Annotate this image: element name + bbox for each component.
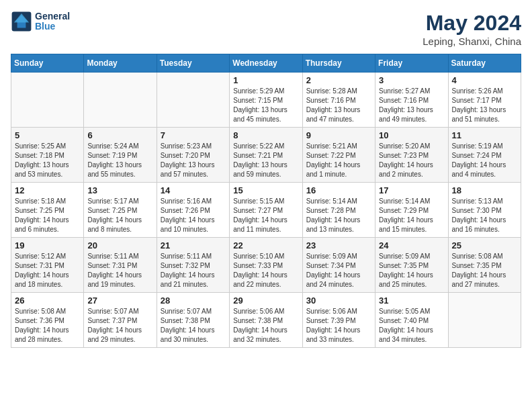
calendar-cell: 8Sunrise: 5:22 AM Sunset: 7:21 PM Daylig… <box>230 128 302 183</box>
day-number: 4 <box>452 75 517 85</box>
calendar-cell: 22Sunrise: 5:10 AM Sunset: 7:33 PM Dayli… <box>230 238 302 293</box>
cell-info: Sunrise: 5:09 AM Sunset: 7:35 PM Dayligh… <box>379 252 444 289</box>
week-row-5: 26Sunrise: 5:08 AM Sunset: 7:36 PM Dayli… <box>11 293 521 348</box>
cell-info: Sunrise: 5:07 AM Sunset: 7:37 PM Dayligh… <box>87 307 152 345</box>
calendar-cell: 30Sunrise: 5:06 AM Sunset: 7:39 PM Dayli… <box>302 293 375 348</box>
cell-info: Sunrise: 5:11 AM Sunset: 7:31 PM Dayligh… <box>87 252 152 289</box>
day-number: 13 <box>87 185 152 195</box>
cell-info: Sunrise: 5:26 AM Sunset: 7:17 PM Dayligh… <box>452 87 517 124</box>
calendar-cell: 10Sunrise: 5:20 AM Sunset: 7:23 PM Dayli… <box>375 128 448 183</box>
calendar-cell <box>84 73 157 128</box>
calendar-cell: 4Sunrise: 5:26 AM Sunset: 7:17 PM Daylig… <box>448 73 521 128</box>
day-number: 24 <box>379 240 444 250</box>
calendar-cell <box>11 73 84 128</box>
calendar-cell: 23Sunrise: 5:09 AM Sunset: 7:34 PM Dayli… <box>302 238 375 293</box>
header-cell-saturday: Saturday <box>448 54 521 73</box>
cell-info: Sunrise: 5:08 AM Sunset: 7:35 PM Dayligh… <box>452 252 517 289</box>
week-row-2: 5Sunrise: 5:25 AM Sunset: 7:18 PM Daylig… <box>11 128 521 183</box>
calendar-cell: 15Sunrise: 5:15 AM Sunset: 7:27 PM Dayli… <box>230 183 302 238</box>
day-number: 20 <box>87 240 152 250</box>
day-number: 8 <box>233 130 298 140</box>
day-number: 12 <box>15 185 80 195</box>
header-cell-wednesday: Wednesday <box>230 54 302 73</box>
cell-info: Sunrise: 5:15 AM Sunset: 7:27 PM Dayligh… <box>233 197 298 234</box>
cell-info: Sunrise: 5:19 AM Sunset: 7:24 PM Dayligh… <box>452 142 517 179</box>
calendar-cell: 5Sunrise: 5:25 AM Sunset: 7:18 PM Daylig… <box>11 128 84 183</box>
calendar-cell: 21Sunrise: 5:11 AM Sunset: 7:32 PM Dayli… <box>157 238 229 293</box>
day-number: 7 <box>161 130 226 140</box>
week-row-3: 12Sunrise: 5:18 AM Sunset: 7:25 PM Dayli… <box>11 183 521 238</box>
cell-info: Sunrise: 5:25 AM Sunset: 7:18 PM Dayligh… <box>15 142 80 179</box>
location: Leping, Shanxi, China <box>423 36 521 47</box>
logo-line2: Blue <box>35 21 70 32</box>
month-year: May 2024 <box>423 11 521 36</box>
calendar-cell: 29Sunrise: 5:06 AM Sunset: 7:38 PM Dayli… <box>230 293 302 348</box>
calendar-cell: 7Sunrise: 5:23 AM Sunset: 7:20 PM Daylig… <box>157 128 229 183</box>
day-number: 25 <box>452 240 517 250</box>
cell-info: Sunrise: 5:08 AM Sunset: 7:36 PM Dayligh… <box>15 307 80 345</box>
header-cell-friday: Friday <box>375 54 448 73</box>
cell-info: Sunrise: 5:20 AM Sunset: 7:23 PM Dayligh… <box>379 142 444 179</box>
calendar-cell: 20Sunrise: 5:11 AM Sunset: 7:31 PM Dayli… <box>84 238 157 293</box>
calendar-cell: 26Sunrise: 5:08 AM Sunset: 7:36 PM Dayli… <box>11 293 84 348</box>
cell-info: Sunrise: 5:24 AM Sunset: 7:19 PM Dayligh… <box>87 142 152 179</box>
calendar-cell: 16Sunrise: 5:14 AM Sunset: 7:28 PM Dayli… <box>302 183 375 238</box>
day-number: 2 <box>306 75 371 85</box>
cell-info: Sunrise: 5:27 AM Sunset: 7:16 PM Dayligh… <box>379 87 444 124</box>
calendar-cell: 27Sunrise: 5:07 AM Sunset: 7:37 PM Dayli… <box>84 293 157 348</box>
cell-info: Sunrise: 5:23 AM Sunset: 7:20 PM Dayligh… <box>161 142 226 179</box>
day-number: 5 <box>15 130 80 140</box>
calendar-body: 1Sunrise: 5:29 AM Sunset: 7:15 PM Daylig… <box>11 73 521 348</box>
logo-line1: General <box>35 11 70 21</box>
cell-info: Sunrise: 5:21 AM Sunset: 7:22 PM Dayligh… <box>306 142 371 179</box>
day-number: 18 <box>452 185 517 195</box>
calendar-cell: 11Sunrise: 5:19 AM Sunset: 7:24 PM Dayli… <box>448 128 521 183</box>
day-number: 30 <box>306 295 371 306</box>
logo-icon <box>11 11 32 32</box>
calendar-cell: 3Sunrise: 5:27 AM Sunset: 7:16 PM Daylig… <box>375 73 448 128</box>
cell-info: Sunrise: 5:06 AM Sunset: 7:39 PM Dayligh… <box>306 307 371 345</box>
cell-info: Sunrise: 5:16 AM Sunset: 7:26 PM Dayligh… <box>161 197 226 234</box>
day-number: 22 <box>233 240 298 250</box>
day-number: 17 <box>379 185 444 195</box>
header-cell-sunday: Sunday <box>11 54 84 73</box>
day-number: 11 <box>452 130 517 140</box>
cell-info: Sunrise: 5:29 AM Sunset: 7:15 PM Dayligh… <box>233 87 298 124</box>
header-cell-tuesday: Tuesday <box>157 54 229 73</box>
day-number: 15 <box>233 185 298 195</box>
day-number: 6 <box>87 130 152 140</box>
day-number: 14 <box>161 185 226 195</box>
cell-info: Sunrise: 5:14 AM Sunset: 7:28 PM Dayligh… <box>306 197 371 234</box>
calendar-cell: 18Sunrise: 5:13 AM Sunset: 7:30 PM Dayli… <box>448 183 521 238</box>
calendar-cell <box>448 293 521 348</box>
calendar-cell: 24Sunrise: 5:09 AM Sunset: 7:35 PM Dayli… <box>375 238 448 293</box>
calendar-cell: 13Sunrise: 5:17 AM Sunset: 7:25 PM Dayli… <box>84 183 157 238</box>
calendar-header: SundayMondayTuesdayWednesdayThursdayFrid… <box>11 54 521 73</box>
calendar-cell: 2Sunrise: 5:28 AM Sunset: 7:16 PM Daylig… <box>302 73 375 128</box>
day-number: 26 <box>15 295 80 306</box>
cell-info: Sunrise: 5:14 AM Sunset: 7:29 PM Dayligh… <box>379 197 444 234</box>
header-cell-thursday: Thursday <box>302 54 375 73</box>
day-number: 19 <box>15 240 80 250</box>
header-row: SundayMondayTuesdayWednesdayThursdayFrid… <box>11 54 521 73</box>
title-block: May 2024 Leping, Shanxi, China <box>423 11 521 47</box>
header-cell-monday: Monday <box>84 54 157 73</box>
calendar-cell: 6Sunrise: 5:24 AM Sunset: 7:19 PM Daylig… <box>84 128 157 183</box>
calendar-cell: 14Sunrise: 5:16 AM Sunset: 7:26 PM Dayli… <box>157 183 229 238</box>
calendar-cell: 12Sunrise: 5:18 AM Sunset: 7:25 PM Dayli… <box>11 183 84 238</box>
cell-info: Sunrise: 5:22 AM Sunset: 7:21 PM Dayligh… <box>233 142 298 179</box>
cell-info: Sunrise: 5:09 AM Sunset: 7:34 PM Dayligh… <box>306 252 371 289</box>
day-number: 28 <box>161 295 226 306</box>
day-number: 9 <box>306 130 371 140</box>
page-header: General Blue May 2024 Leping, Shanxi, Ch… <box>11 11 521 47</box>
cell-info: Sunrise: 5:18 AM Sunset: 7:25 PM Dayligh… <box>15 197 80 234</box>
calendar-cell: 25Sunrise: 5:08 AM Sunset: 7:35 PM Dayli… <box>448 238 521 293</box>
calendar-cell: 19Sunrise: 5:12 AM Sunset: 7:31 PM Dayli… <box>11 238 84 293</box>
cell-info: Sunrise: 5:28 AM Sunset: 7:16 PM Dayligh… <box>306 87 371 124</box>
week-row-1: 1Sunrise: 5:29 AM Sunset: 7:15 PM Daylig… <box>11 73 521 128</box>
calendar-cell: 9Sunrise: 5:21 AM Sunset: 7:22 PM Daylig… <box>302 128 375 183</box>
calendar-table: SundayMondayTuesdayWednesdayThursdayFrid… <box>11 54 521 348</box>
day-number: 31 <box>379 295 444 306</box>
cell-info: Sunrise: 5:06 AM Sunset: 7:38 PM Dayligh… <box>233 307 298 345</box>
cell-info: Sunrise: 5:13 AM Sunset: 7:30 PM Dayligh… <box>452 197 517 234</box>
